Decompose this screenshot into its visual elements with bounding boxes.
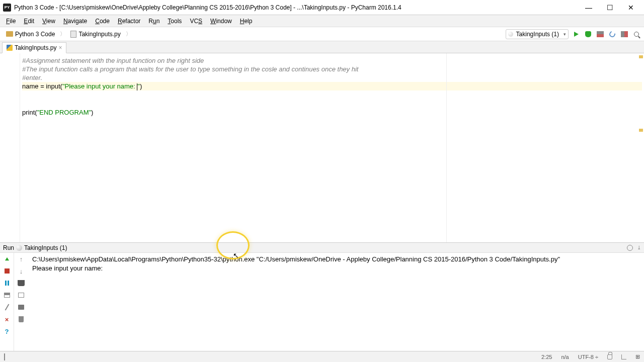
code-line-assign: name = input("Please input your name: ") — [22, 82, 642, 90]
play-icon — [574, 32, 579, 37]
run-coverage-button[interactable] — [596, 30, 605, 39]
hide-panel-button[interactable]: ⤓ — [637, 245, 641, 250]
status-indicator-icon[interactable]: ⊞ — [635, 353, 640, 360]
run-config-icon — [16, 245, 22, 251]
tab-takinginputs[interactable]: TakingInputs.py × — [2, 42, 66, 53]
lock-icon[interactable] — [607, 354, 612, 359]
python-file-icon — [7, 45, 13, 51]
console-line-1: C:\Users\pmiskew\AppData\Local\Programs\… — [32, 255, 560, 263]
stop-button[interactable] — [3, 267, 11, 275]
editor-gutter — [0, 53, 20, 242]
menu-tools[interactable]: Tools — [164, 16, 186, 26]
error-stripe — [638, 53, 644, 242]
code-line-print: print("END PROGRAM") — [22, 108, 642, 117]
breadcrumb-file-label: TakingInputs.py — [78, 31, 120, 38]
tool-window-toggle-icon[interactable] — [4, 353, 5, 360]
status-bar: 2:25 n/a UTF-8 ÷ ⊞ — [0, 351, 644, 362]
run-button[interactable] — [572, 30, 581, 39]
menu-view[interactable]: View — [38, 16, 59, 26]
scroll-up-button[interactable]: ↑ — [17, 255, 25, 263]
code-comment-1: #Assignment statement with the input fun… — [22, 57, 204, 64]
breadcrumb-root[interactable]: Python 3 Code — [3, 30, 58, 39]
layout-button[interactable] — [3, 291, 11, 299]
status-na: n/a — [561, 354, 569, 360]
run-gutter-right: ↑ ↓ — [14, 253, 28, 353]
debug-button[interactable] — [584, 30, 593, 39]
folder-icon — [6, 31, 13, 37]
breadcrumb: Python 3 Code 〉 TakingInputs.py 〉 — [3, 30, 132, 39]
gear-icon[interactable] — [627, 245, 633, 251]
menu-run[interactable]: Run — [144, 16, 164, 26]
minimize-button[interactable]: — — [579, 2, 599, 14]
status-line-col: 2:25 — [541, 354, 552, 360]
breadcrumb-file[interactable]: TakingInputs.py — [67, 30, 123, 39]
window-title: Python 3 Code - [C:\Users\pmiskew\OneDri… — [14, 4, 579, 11]
clear-console-button[interactable] — [17, 315, 25, 323]
run-tool-window: Run TakingInputs (1) ⤓ × ? ↑ ↓ — [0, 242, 644, 353]
git-branch-icon[interactable] — [621, 354, 626, 359]
bug-icon — [585, 31, 591, 37]
code-comment-2: #The input function calls a program that… — [22, 65, 358, 73]
run-gutter-left: × ? — [0, 253, 14, 353]
code-editor[interactable]: #Assignment statement with the input fun… — [0, 53, 644, 242]
menu-edit[interactable]: Edit — [20, 16, 38, 26]
app-icon: PY — [3, 4, 11, 12]
breadcrumb-root-label: Python 3 Code — [15, 31, 55, 38]
help-button[interactable]: ? — [3, 327, 11, 335]
menu-vcs[interactable]: VCS — [186, 16, 206, 26]
right-margin-line — [446, 53, 447, 242]
rerun-button[interactable] — [3, 255, 11, 263]
code-comment-3: #enter. — [22, 74, 42, 81]
status-left — [4, 354, 5, 360]
tab-label: TakingInputs.py — [15, 44, 56, 51]
soft-wrap-button[interactable] — [17, 279, 25, 287]
tab-close-button[interactable]: × — [58, 44, 62, 51]
menu-help[interactable]: Help — [236, 16, 257, 26]
menu-window[interactable]: Window — [206, 16, 236, 26]
menu-refactor[interactable]: Refactor — [114, 16, 144, 26]
chevron-icon: 〉 — [125, 30, 132, 38]
console-output[interactable]: C:\Users\pmiskew\AppData\Local\Programs\… — [28, 253, 644, 353]
pause-button[interactable] — [3, 279, 11, 287]
maximize-button[interactable]: ☐ — [600, 2, 620, 14]
console-line-2: Please input your name: — [32, 264, 105, 272]
toolbar-right: TakingInputs (1) — [506, 29, 641, 39]
profile-icon — [621, 31, 628, 37]
refresh-icon — [608, 30, 616, 38]
file-icon — [70, 31, 76, 38]
menu-file[interactable]: File — [2, 16, 20, 26]
run-profile-button[interactable] — [620, 30, 629, 39]
window-controls: — ☐ ✕ — [579, 2, 641, 14]
editor-tabs: TakingInputs.py × — [0, 41, 644, 53]
search-button[interactable] — [632, 30, 641, 39]
run-configuration-selector[interactable]: TakingInputs (1) — [506, 29, 569, 39]
refresh-button[interactable] — [608, 30, 617, 39]
close-run-button[interactable]: × — [3, 315, 11, 323]
status-encoding: UTF-8 ÷ — [578, 354, 598, 360]
menu-code[interactable]: Code — [91, 16, 114, 26]
run-configuration-label: TakingInputs (1) — [516, 31, 559, 38]
window-titlebar: PY Python 3 Code - [C:\Users\pmiskew\One… — [0, 0, 644, 15]
menu-navigate[interactable]: Navigate — [59, 16, 91, 26]
scroll-down-button[interactable]: ↓ — [17, 267, 25, 275]
print-button[interactable] — [17, 303, 25, 311]
run-panel-title: Run — [3, 244, 14, 251]
wand-button[interactable] — [3, 303, 11, 311]
scroll-end-button[interactable] — [17, 291, 25, 299]
navigation-bar: Python 3 Code 〉 TakingInputs.py 〉 Taking… — [0, 27, 644, 41]
search-icon — [634, 32, 639, 37]
chevron-icon: 〉 — [59, 30, 66, 38]
coverage-icon — [597, 31, 604, 37]
menu-bar: File Edit View Navigate Code Refactor Ru… — [0, 15, 644, 27]
close-button[interactable]: ✕ — [621, 2, 641, 14]
run-panel-config-name: TakingInputs (1) — [24, 244, 67, 251]
